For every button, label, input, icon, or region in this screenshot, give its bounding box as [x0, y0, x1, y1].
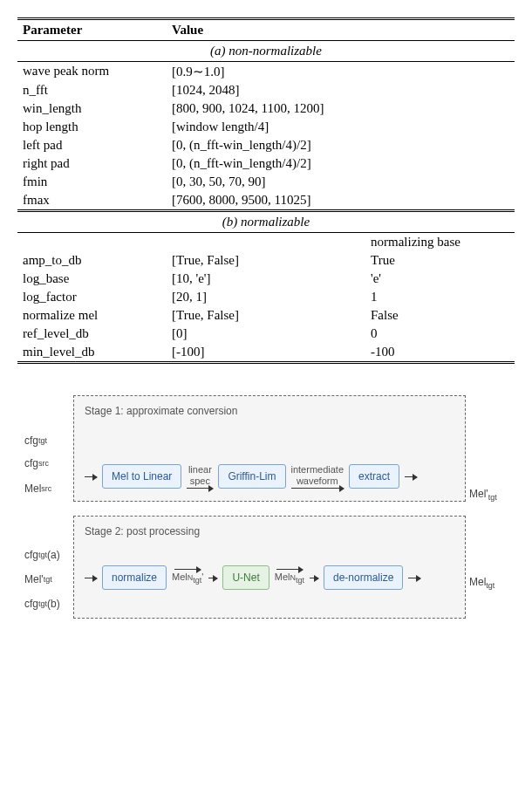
- value-cell: [1024, 2048]: [167, 81, 515, 99]
- param-cell: min_level_db: [17, 343, 167, 363]
- value-cell: [0, (n_fft-win_length/4)/2]: [167, 154, 515, 173]
- param-cell: n_fft: [17, 81, 167, 99]
- stage1-title: Stage 1: approximate conversion: [85, 405, 454, 417]
- node-normalize: normalize: [102, 565, 167, 590]
- value-cell: [0, 30, 50, 70, 90]: [167, 173, 515, 191]
- table-row: right pad[0, (n_fft-win_length/4)/2]: [17, 154, 515, 173]
- value-cell: [0]: [167, 325, 365, 343]
- value-cell: [window length/4]: [167, 118, 515, 136]
- value-cell: [0.9∼1.0]: [167, 62, 515, 82]
- value-cell: [7600, 8000, 9500, 11025]: [167, 191, 515, 211]
- header-value: Value: [167, 19, 515, 41]
- table-row: win_length[800, 900, 1024, 1100, 1200]: [17, 99, 515, 118]
- param-cell: ref_level_db: [17, 325, 167, 343]
- node-griffin-lim: Griffin-Lim: [218, 464, 285, 489]
- node-unet: U-Net: [222, 565, 269, 590]
- param-cell: log_base: [17, 270, 167, 288]
- edge-intermediate-waveform: intermediatewaveform: [291, 464, 344, 485]
- node-extract: extract: [349, 464, 399, 489]
- value-cell: [-100]: [167, 343, 365, 363]
- param-cell: amp_to_db: [17, 251, 167, 270]
- table-row: normalizing base: [17, 233, 515, 252]
- table-row: wave peak norm[0.9∼1.0]: [17, 62, 515, 82]
- table-row: log_factor[20, 1]1: [17, 288, 515, 306]
- base-cell: True: [365, 251, 515, 270]
- edge-meln-prime: MelNtgt': [172, 571, 203, 585]
- node-denormalize: de-normalize: [324, 565, 403, 590]
- value-cell: [800, 900, 1024, 1100, 1200]: [167, 99, 515, 118]
- stage2-title: Stage 2: post processing: [85, 525, 454, 537]
- pipeline-diagram: cfgtgt cfgsrc Melsrc Stage 1: approximat…: [17, 390, 515, 641]
- param-cell: fmax: [17, 191, 167, 211]
- value-cell: [0, (n_fft-win_length/4)/2]: [167, 136, 515, 154]
- section-b-title: (b) normalizable: [17, 211, 515, 233]
- param-cell: fmin: [17, 173, 167, 191]
- param-cell: win_length: [17, 99, 167, 118]
- edge-linear-spec: linearspec: [188, 464, 212, 485]
- param-cell: normalize mel: [17, 306, 167, 325]
- section-a-title: (a) non-normalizable: [17, 41, 515, 62]
- stage2-box: Stage 2: post processing normalize MelNt…: [73, 516, 466, 619]
- table-row: fmin[0, 30, 50, 70, 90]: [17, 173, 515, 191]
- base-cell: 'e': [365, 270, 515, 288]
- parameter-table: Parameter Value (a) non-normalizable wav…: [17, 17, 515, 364]
- input-cfg-tgt: cfgtgt: [24, 430, 70, 451]
- table-row: hop length[window length/4]: [17, 118, 515, 136]
- table-row: n_fft[1024, 2048]: [17, 81, 515, 99]
- table-row: ref_level_db[0]0: [17, 325, 515, 343]
- output-mel-prime-tgt: Mel'tgt: [469, 488, 497, 502]
- base-cell: False: [365, 306, 515, 325]
- table-row: amp_to_db[True, False]True: [17, 251, 515, 270]
- stage1-box: Stage 1: approximate conversion Mel to L…: [73, 395, 466, 502]
- edge-meln: MelNtgt: [275, 571, 304, 585]
- node-mel-to-linear: Mel to Linear: [102, 464, 181, 489]
- header-parameter: Parameter: [17, 19, 167, 41]
- input-cfg-src: cfgsrc: [24, 451, 70, 476]
- value-cell: [True, False]: [167, 306, 365, 325]
- input-cfg-tgt-b: cfgtgt(b): [24, 592, 70, 615]
- value-cell: [20, 1]: [167, 288, 365, 306]
- base-cell: -100: [365, 343, 515, 363]
- base-cell: 0: [365, 325, 515, 343]
- param-cell: wave peak norm: [17, 62, 167, 82]
- value-cell: [10, 'e']: [167, 270, 365, 288]
- value-cell: [True, False]: [167, 251, 365, 270]
- table-row: left pad[0, (n_fft-win_length/4)/2]: [17, 136, 515, 154]
- base-cell: 1: [365, 288, 515, 306]
- input-cfg-tgt-a: cfgtgt(a): [24, 544, 70, 566]
- param-cell: right pad: [17, 154, 167, 173]
- param-cell: left pad: [17, 136, 167, 154]
- base-header: normalizing base: [365, 233, 515, 252]
- table-row: fmax[7600, 8000, 9500, 11025]: [17, 191, 515, 211]
- table-row: normalize mel[True, False]False: [17, 306, 515, 325]
- table-row: min_level_db[-100]-100: [17, 343, 515, 363]
- input-mel-src: Melsrc: [24, 476, 70, 502]
- param-cell: log_factor: [17, 288, 167, 306]
- input-mel-prime-tgt: Mel'tgt: [24, 566, 70, 592]
- table-row: log_base[10, 'e']'e': [17, 270, 515, 288]
- output-mel-tgt: Meltgt: [469, 576, 494, 590]
- param-cell: hop length: [17, 118, 167, 136]
